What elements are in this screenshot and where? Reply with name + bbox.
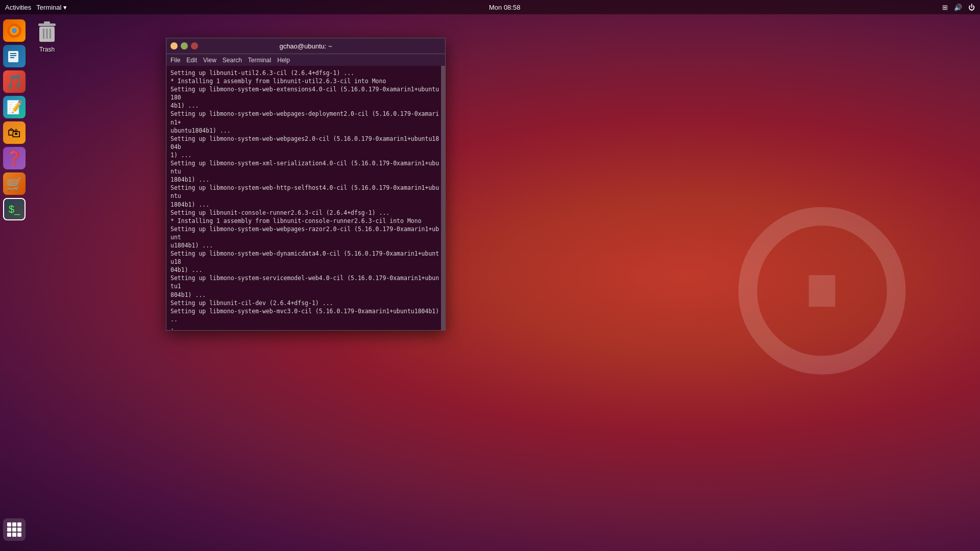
- trash-svg: [36, 19, 58, 44]
- trash-icon: [35, 19, 59, 44]
- close-button[interactable]: [191, 42, 198, 49]
- terminal-body[interactable]: Setting up libnunit-util2.6.3-cil (2.6.4…: [166, 66, 445, 330]
- menu-file[interactable]: File: [170, 57, 180, 64]
- power-icon[interactable]: ⏻: [968, 4, 975, 11]
- terminal-titlebar: gchao@ubuntu: ~: [166, 38, 445, 54]
- dock-icon-writer[interactable]: 📝: [3, 96, 26, 118]
- terminal-menubar: File Edit View Search Terminal Help: [166, 54, 445, 66]
- dock-icon-store[interactable]: 🛍: [3, 121, 26, 144]
- dock-icon-rhythmbox[interactable]: 🎵: [3, 70, 26, 93]
- dock-icon-firefox[interactable]: [3, 19, 26, 42]
- svg-point-2: [12, 28, 17, 33]
- dock-icon-help[interactable]: ❓: [3, 147, 26, 169]
- help-icon: ❓: [6, 151, 22, 166]
- show-apps-button[interactable]: [3, 518, 26, 541]
- scrollbar-thumb[interactable]: [441, 66, 445, 330]
- firefox-icon: [6, 22, 22, 39]
- store-icon: 🛍: [8, 125, 21, 141]
- topbar-right: ⊞ 🔊 ⏻: [942, 4, 975, 11]
- svg-rect-10: [43, 29, 44, 39]
- svg-rect-8: [44, 21, 50, 24]
- topbar-clock: Mon 08:58: [67, 4, 942, 11]
- svg-rect-11: [46, 29, 48, 39]
- trash-desktop-icon[interactable]: Trash: [35, 19, 59, 53]
- topbar: Activities Terminal ▾ Mon 08:58 ⊞ 🔊 ⏻: [0, 0, 980, 14]
- terminal-output: Setting up libnunit-util2.6.3-cil (2.6.4…: [170, 69, 441, 330]
- terminal-menu[interactable]: Terminal ▾: [36, 4, 67, 11]
- svg-rect-3: [8, 51, 18, 62]
- dock: 🎵 📝 🛍 ❓ 🛒 $_: [0, 14, 29, 551]
- amazon-icon: 🛒: [6, 176, 22, 192]
- minimize-button[interactable]: [170, 42, 178, 49]
- terminal-menu-label: Terminal: [36, 4, 61, 11]
- svg-rect-5: [10, 55, 16, 56]
- terminal-scrollbar[interactable]: [441, 66, 445, 330]
- svg-rect-6: [10, 57, 14, 58]
- dock-icon-terminal[interactable]: $_: [3, 198, 26, 220]
- writer-icon: 📝: [6, 99, 22, 115]
- menu-help[interactable]: Help: [277, 57, 290, 64]
- rhythmbox-icon: 🎵: [6, 74, 22, 90]
- menu-view[interactable]: View: [203, 57, 216, 64]
- svg-rect-4: [10, 53, 16, 54]
- terminal-window: gchao@ubuntu: ~ File Edit View Search Te…: [166, 38, 446, 331]
- menu-terminal[interactable]: Terminal: [248, 57, 271, 64]
- show-apps-grid: [7, 522, 21, 537]
- window-title: gchao@ubuntu: ~: [279, 42, 332, 50]
- maximize-button[interactable]: [181, 42, 188, 49]
- libreoffice-icon: [7, 49, 21, 63]
- desktop: ⊙ 🎵 📝 🛍: [0, 14, 980, 551]
- topbar-left: Activities Terminal ▾: [5, 4, 67, 11]
- ubuntu-bg-logo: ⊙: [715, 155, 929, 410]
- trash-label: Trash: [39, 46, 55, 53]
- menu-edit[interactable]: Edit: [186, 57, 197, 64]
- network-icon[interactable]: ⊞: [942, 4, 948, 11]
- activities-button[interactable]: Activities: [5, 4, 31, 11]
- dock-icon-amazon[interactable]: 🛒: [3, 172, 26, 195]
- terminal-dock-icon: $_: [9, 204, 20, 215]
- svg-rect-12: [50, 29, 51, 39]
- sound-icon[interactable]: 🔊: [954, 4, 962, 11]
- dock-icon-libreoffice[interactable]: [3, 45, 26, 67]
- terminal-menu-arrow: ▾: [63, 4, 67, 11]
- menu-search[interactable]: Search: [223, 57, 242, 64]
